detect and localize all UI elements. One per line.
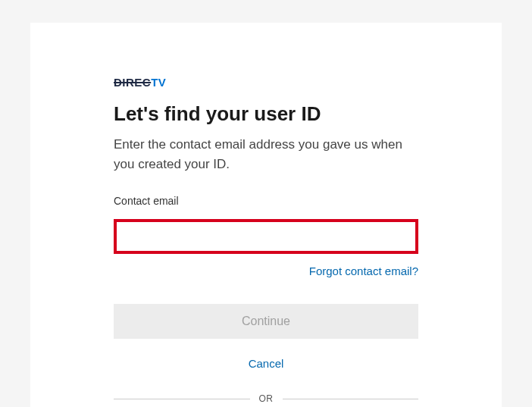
- divider-text: OR: [259, 393, 274, 404]
- email-input-wrap: [114, 219, 418, 254]
- directv-logo: DIRECTV: [114, 76, 418, 89]
- continue-button[interactable]: Continue: [114, 304, 418, 339]
- contact-email-input[interactable]: [114, 219, 418, 254]
- divider-line-left: [114, 399, 250, 399]
- logo-part-direc: DIREC: [114, 76, 151, 89]
- page-subtitle: Enter the contact email address you gave…: [114, 135, 418, 174]
- login-card: DIRECTV Let's find your user ID Enter th…: [30, 23, 502, 407]
- divider-line-right: [283, 399, 419, 399]
- divider: OR: [114, 393, 418, 404]
- forgot-contact-email-link[interactable]: Forgot contact email?: [309, 265, 418, 277]
- page-title: Let's find your user ID: [114, 102, 418, 126]
- email-label: Contact email: [114, 195, 418, 207]
- cancel-link[interactable]: Cancel: [249, 357, 284, 370]
- logo-part-tv: TV: [151, 76, 166, 89]
